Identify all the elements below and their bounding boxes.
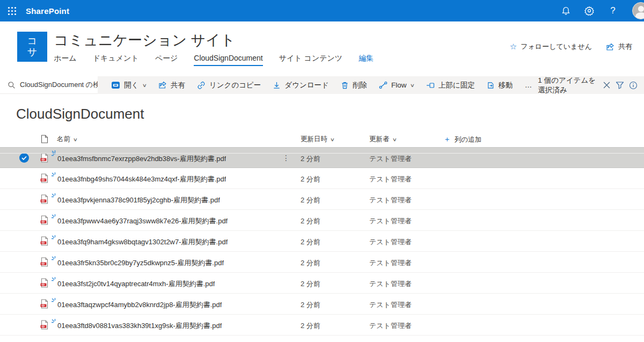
table-row[interactable]: 01eea3fst2jc0tv14qyaptrecatr4mxh-雇用契約書.p… [0, 273, 644, 294]
help-button[interactable]: ? [601, 0, 625, 21]
modified-value: 2 分前 [301, 216, 320, 226]
pdf-file-icon [40, 278, 49, 288]
table-row[interactable]: 01eea3fpwwv4ae6y37raqj3sww8k7e26-雇用契約書.p… [0, 210, 644, 231]
file-name[interactable]: 01eea3fst2jc0tv14qyaptrecatr4mxh-雇用契約書.p… [57, 279, 215, 289]
chevron-down-icon: ∨ [410, 83, 415, 88]
new-item-sparkle-icon [52, 235, 57, 241]
new-item-sparkle-icon [52, 277, 57, 283]
site-header: コ サ コミュニケーション サイト ホーム ドキュメント ページ CloudSi… [0, 21, 644, 76]
nav-edit-link[interactable]: 編集 [358, 54, 374, 66]
table-row[interactable]: 01eea3fpvkjenna378c901f85yj2cghb-雇用契約書.p… [0, 189, 644, 210]
follow-button[interactable]: ☆ フォローしていません [510, 42, 592, 52]
selection-status: 1 個のアイテムを選択済み [538, 76, 597, 95]
modified-value: 2 分前 [301, 154, 320, 164]
more-commands-button[interactable]: … [519, 76, 538, 94]
modified-value: 2 分前 [301, 279, 320, 289]
star-icon: ☆ [510, 42, 517, 52]
share-button[interactable]: 共有 [152, 76, 191, 94]
delete-button[interactable]: 削除 [335, 76, 373, 94]
column-header-modified-by[interactable]: 更新者 ∨ [369, 135, 396, 144]
file-name[interactable]: 01eea3ftd8v0881vas383kh39t1xg9sk-雇用契約書.p… [57, 321, 222, 331]
modified-value: 2 分前 [301, 321, 320, 331]
chevron-down-icon: ∨ [73, 137, 78, 142]
selected-check-icon[interactable] [19, 153, 29, 163]
modified-by-value: テスト管理者 [369, 195, 412, 205]
waffle-icon [8, 6, 17, 16]
modified-value: 2 分前 [301, 300, 320, 310]
download-button[interactable]: ダウンロード [267, 76, 335, 94]
site-title[interactable]: コミュニケーション サイト [54, 31, 235, 50]
file-name[interactable]: 01eea3fmsfbnmc7exrzpp8ev2hdb38vs-雇用契約書.p… [57, 154, 226, 164]
filter-funnel-icon [616, 81, 624, 89]
table-row[interactable]: 01eea3fr5kn35br0c29by7yz5dkwpnz5-雇用契約書.p… [0, 252, 644, 273]
bell-icon [561, 6, 570, 16]
info-icon [629, 81, 638, 90]
pin-to-top-button[interactable]: 上部に固定 [420, 76, 481, 94]
site-nav: ホーム ドキュメント ページ CloudSignDocument サイト コンテ… [54, 54, 374, 66]
document-list: 01eea3fmsfbnmc7exrzpp8ev2hdb38vs-雇用契約書.p… [0, 147, 644, 336]
brand-title[interactable]: SharePoint [26, 6, 69, 16]
file-name[interactable]: 01eea3fnbg49shs7044sk484e3mz4qxf-雇用契約書.p… [57, 174, 226, 184]
chevron-down-icon: ∨ [330, 137, 335, 142]
column-header-name[interactable]: 名前 ∨ [57, 135, 77, 144]
nav-item-pages[interactable]: ページ [155, 54, 178, 66]
file-name[interactable]: 01eea3fpwwv4ae6y37raqj3sww8k7e26-雇用契約書.p… [57, 216, 228, 226]
move-button[interactable]: 移動 [481, 76, 519, 94]
pdf-file-icon [40, 153, 49, 163]
clear-selection-button[interactable] [602, 76, 612, 94]
modified-by-value: テスト管理者 [369, 237, 412, 247]
close-icon [603, 82, 610, 89]
modified-by-value: テスト管理者 [369, 174, 412, 184]
modified-value: 2 分前 [301, 258, 320, 268]
copy-link-button[interactable]: リンクのコピー [191, 76, 267, 94]
pdf-file-icon [40, 299, 49, 309]
account-button[interactable] [625, 0, 644, 21]
search-input[interactable] [20, 81, 98, 89]
command-bar-right: 1 個のアイテムを選択済み [538, 76, 644, 94]
new-item-sparkle-icon [52, 193, 57, 199]
nav-item-documents[interactable]: ドキュメント [93, 54, 139, 66]
column-header-filetype[interactable] [41, 135, 48, 143]
nav-item-cloudsigndocument[interactable]: CloudSignDocument [194, 54, 262, 66]
pdf-file-icon [40, 257, 49, 267]
row-more-actions-icon[interactable]: ⋮ [282, 154, 290, 162]
flow-icon [379, 81, 387, 89]
column-header-modified[interactable]: 更新日時 ∨ [301, 135, 334, 144]
table-row[interactable]: 01eea3ftd8v0881vas383kh39t1xg9sk-雇用契約書.p… [0, 315, 644, 336]
file-name[interactable]: 01eea3fq9ham4gksw8bqtagv1302t2w7-雇用契約書.p… [57, 237, 228, 247]
flow-button[interactable]: Flow ∨ [373, 76, 420, 94]
add-column-button[interactable]: ＋ 列の追加 [443, 135, 481, 144]
pdf-file-icon [40, 173, 49, 183]
new-item-sparkle-icon [52, 214, 57, 220]
modified-value: 2 分前 [301, 195, 320, 205]
open-button[interactable]: 開く ∨ [105, 76, 152, 94]
sharepoint-page: SharePoint ? [0, 0, 644, 342]
pdf-file-icon [40, 320, 49, 330]
search-box[interactable] [0, 76, 98, 94]
command-buttons: 開く ∨ 共有 リンクのコピー [98, 76, 538, 94]
app-launcher-icon[interactable] [0, 0, 24, 21]
table-row[interactable]: 01eea3fnbg49shs7044sk484e3mz4qxf-雇用契約書.p… [0, 168, 644, 189]
page-title: CloudSignDocument [16, 106, 144, 122]
command-bar: 開く ∨ 共有 リンクのコピー [0, 76, 644, 94]
notifications-button[interactable] [554, 0, 577, 21]
new-item-sparkle-icon [52, 256, 57, 262]
pin-icon [426, 82, 435, 89]
filter-button[interactable] [614, 76, 625, 94]
nav-item-site-contents[interactable]: サイト コンテンツ [279, 54, 343, 66]
pdf-file-icon [40, 194, 49, 204]
file-name[interactable]: 01eea3ftaqzwpcf4amybb2v8knrd2jp8-雇用契約書.p… [57, 300, 222, 310]
table-row[interactable]: 01eea3ftaqzwpcf4amybb2v8knrd2jp8-雇用契約書.p… [0, 294, 644, 315]
share-icon [158, 81, 167, 89]
table-row[interactable]: 01eea3fq9ham4gksw8bqtagv1302t2w7-雇用契約書.p… [0, 231, 644, 252]
settings-button[interactable] [577, 0, 601, 21]
site-share-button[interactable]: 共有 [606, 42, 632, 52]
document-icon [41, 135, 48, 143]
gear-icon [584, 6, 594, 16]
site-logo[interactable]: コ サ [17, 32, 47, 62]
details-pane-button[interactable] [628, 76, 639, 94]
file-name[interactable]: 01eea3fr5kn35br0c29by7yz5dkwpnz5-雇用契約書.p… [57, 258, 224, 268]
file-name[interactable]: 01eea3fpvkjenna378c901f85yj2cghb-雇用契約書.p… [57, 195, 220, 205]
nav-item-home[interactable]: ホーム [54, 54, 77, 66]
suite-bar-actions: ? [554, 0, 644, 21]
